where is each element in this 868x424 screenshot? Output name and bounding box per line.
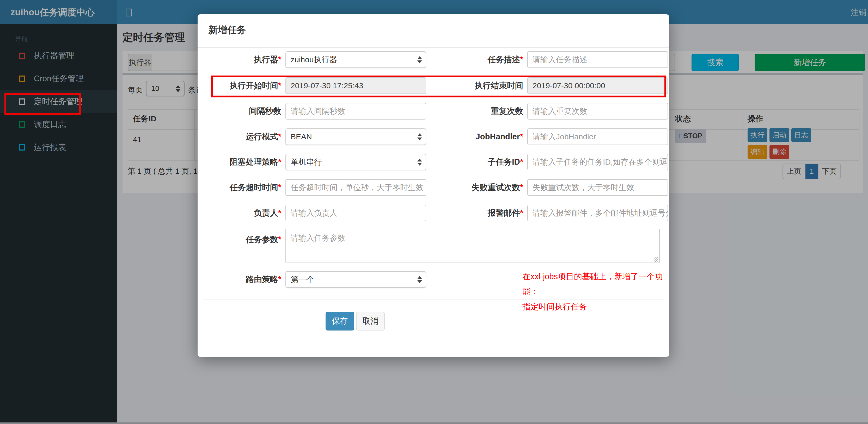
add-task-modal: 新增任务 执行器* zuihou执行器 任务描述* 请输入任务描述 执行开始时间…: [197, 14, 669, 357]
select-arrows-icon: [417, 159, 422, 166]
select-arrows-icon: [417, 133, 422, 140]
feature-note: 在xxl-jobs项目的基础上，新增了一个功能： 指定时间执行任务: [522, 269, 668, 314]
modal-header-divider: [197, 47, 669, 48]
job-param-textarea[interactable]: 请输入任务参数: [285, 229, 660, 263]
app-canvas: zuihou任务调度中心 注销 导航 执行器管理 Cron任务管理 定时任务管理…: [0, 0, 868, 424]
owner-field-label: 负责人*: [202, 205, 281, 221]
alarm-email-input[interactable]: 请输入报警邮件，多个邮件地址则逗号分隔: [527, 205, 668, 221]
task-desc-field-label: 任务描述*: [439, 51, 523, 68]
child-job-id-input[interactable]: 请输入子任务的任务ID,如存在多个则逗号分隔: [527, 154, 668, 170]
interval-input[interactable]: 请输入间隔秒数: [285, 103, 426, 120]
cancel-button[interactable]: 取消: [356, 312, 385, 330]
resize-handle-icon[interactable]: [654, 257, 658, 262]
block-strategy-field-label: 阻塞处理策略*: [202, 154, 281, 170]
fail-retry-field-label: 失败重试次数*: [439, 179, 523, 196]
fail-retry-input[interactable]: 失败重试次数，大于零时生效: [527, 179, 668, 196]
owner-input[interactable]: 请输入负责人: [285, 205, 426, 221]
modal-title: 新增任务: [209, 24, 246, 36]
executor-select[interactable]: zuihou执行器: [285, 51, 426, 68]
repeat-count-input[interactable]: 请输入重复次数: [527, 103, 668, 120]
select-arrows-icon: [417, 56, 422, 63]
timeout-input[interactable]: 任务超时时间，单位秒，大于零时生效: [285, 179, 426, 196]
route-strategy-select[interactable]: 第一个: [285, 271, 426, 288]
task-desc-input[interactable]: 请输入任务描述: [527, 51, 668, 68]
annotation-highlight-time-row: [211, 75, 666, 97]
job-param-field-label: 任务参数*: [202, 229, 281, 251]
job-handler-input[interactable]: 请输入JobHandler: [527, 128, 668, 145]
block-strategy-select[interactable]: 单机串行: [285, 154, 426, 170]
executor-field-label: 执行器*: [202, 51, 281, 68]
alarm-email-field-label: 报警邮件*: [439, 205, 523, 221]
run-mode-select[interactable]: BEAN: [285, 128, 426, 145]
interval-field-label: 间隔秒数: [202, 103, 281, 120]
modal-footer-divider: [203, 299, 664, 299]
timeout-field-label: 任务超时时间*: [202, 179, 281, 196]
route-strategy-field-label: 路由策略*: [202, 271, 281, 288]
select-arrows-icon: [417, 276, 422, 283]
run-mode-field-label: 运行模式*: [202, 128, 281, 145]
annotation-highlight-sidebar: [4, 93, 81, 115]
save-button[interactable]: 保存: [326, 312, 354, 330]
repeat-count-field-label: 重复次数: [439, 103, 523, 120]
child-job-id-field-label: 子任务ID*: [439, 154, 523, 170]
job-handler-field-label: JobHandler*: [439, 128, 523, 145]
